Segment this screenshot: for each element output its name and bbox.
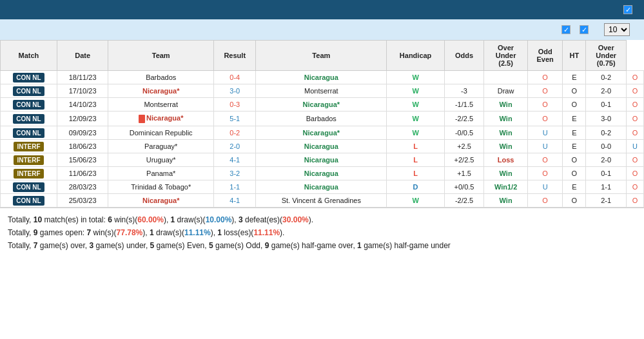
ht-cell: 2-0 [586, 153, 627, 166]
odds-cell: Win1/2 [484, 180, 528, 193]
badge-interf: INTERF [14, 155, 43, 165]
team1-cell: Panama* [108, 166, 214, 180]
badge-cell: CON NL [1, 98, 57, 111]
odds-cell: Win [484, 193, 528, 207]
table-row: CON NL17/10/23Nicaragua*3-0MontserratW-3… [1, 84, 644, 98]
team2-cell: St. Vincent & Grenadines [256, 193, 387, 207]
over-under-cell: O [528, 153, 563, 166]
badge-con-nl: CON NL [13, 128, 44, 138]
handicap-cell: -2/2.5 [444, 193, 483, 207]
historic-scores-table: Match Date Team Result Team Handicap Odd… [0, 40, 644, 208]
header-bar: ✓ [0, 0, 644, 19]
team2-cell: Nicaragua* [256, 98, 387, 111]
badge-cell: CON NL [1, 84, 57, 98]
interf-filter: ✓ [561, 25, 573, 34]
handicap-cell: -2/2.5 [444, 111, 483, 126]
team1-cell: Nicaragua* [108, 84, 214, 98]
col-ht: HT [563, 41, 586, 71]
col-over-under-25: OverUnder(2.5) [484, 41, 528, 71]
date-cell: 28/03/23 [57, 180, 108, 193]
over-under-075-cell: O [626, 111, 643, 126]
over-under-075-cell: O [626, 166, 643, 180]
badge-cell: CON NL [1, 193, 57, 207]
red-card-icon [139, 115, 145, 123]
games-select[interactable]: 10 5 15 20 [604, 23, 630, 36]
result-cell: L [387, 153, 445, 166]
result-cell: D [387, 180, 445, 193]
over-under-cell: U [528, 126, 563, 139]
odds-cell: Win [484, 139, 528, 153]
table-row: INTERF11/06/23Panama*3-2NicaraguaL+1.5Wi… [1, 166, 644, 180]
summary-section: Totally, 10 match(es) in total: 6 win(s)… [0, 208, 644, 258]
handicap-cell: +2.5 [444, 139, 483, 153]
ht-cell: 2-0 [586, 84, 627, 98]
badge-cell: CON NL [1, 111, 57, 126]
ht-cell: 0-0 [586, 139, 627, 153]
score-cell: 0-2 [214, 126, 256, 139]
result-cell: W [387, 71, 445, 84]
odd-even-cell: E [563, 139, 586, 153]
team1-cell: Trinidad & Tobago* [108, 180, 214, 193]
col-match: Match [1, 41, 57, 71]
over-under-cell: O [528, 166, 563, 180]
odd-even-cell: O [563, 193, 586, 207]
team2-cell: Nicaragua [256, 166, 387, 180]
odds-cell: Loss [484, 153, 528, 166]
badge-con-nl: CON NL [13, 100, 44, 110]
display-notes-container: ✓ [623, 5, 636, 14]
over-under-075-cell: U [626, 139, 643, 153]
result-cell: W [387, 126, 445, 139]
col-over-under-075: OverUnder(0.75) [586, 41, 627, 71]
handicap-cell: +2/2.5 [444, 153, 483, 166]
score-cell: 0-3 [214, 98, 256, 111]
badge-interf: INTERF [14, 169, 43, 179]
table-row: INTERF15/06/23Uruguay*4-1NicaraguaL+2/2.… [1, 153, 644, 166]
team1-cell: Montserrat [108, 98, 214, 111]
ht-cell: 1-1 [586, 180, 627, 193]
ht-cell: 2-1 [586, 193, 627, 207]
badge-con-nl: CON NL [13, 182, 44, 192]
handicap-cell: -3 [444, 84, 483, 98]
ht-cell: 0-2 [586, 71, 627, 84]
odd-even-cell: E [563, 71, 586, 84]
badge-cell: INTERF [1, 166, 57, 180]
ht-cell: 3-0 [586, 111, 627, 126]
result-cell: L [387, 139, 445, 153]
date-cell: 25/03/23 [57, 193, 108, 207]
over-under-075-cell: O [626, 84, 643, 98]
team2-cell: Nicaragua [256, 180, 387, 193]
team2-cell: Nicaragua [256, 139, 387, 153]
date-cell: 09/09/23 [57, 126, 108, 139]
result-cell: W [387, 98, 445, 111]
badge-con-nl: CON NL [13, 73, 44, 82]
team1-cell: Nicaragua* [108, 111, 214, 126]
ht-cell: 0-1 [586, 98, 627, 111]
date-cell: 14/10/23 [57, 98, 108, 111]
odds-cell: Win [484, 98, 528, 111]
con-nl-filter: ✓ [580, 25, 591, 34]
display-notes-checkbox[interactable]: ✓ [623, 5, 632, 14]
odd-even-cell: O [563, 98, 586, 111]
over-under-075-cell: O [626, 126, 643, 139]
table-row: CON NL28/03/23Trinidad & Tobago*1-1Nicar… [1, 180, 644, 193]
over-under-cell: U [528, 139, 563, 153]
over-under-cell: O [528, 71, 563, 84]
ht-cell: 0-1 [586, 166, 627, 180]
over-under-cell: O [528, 111, 563, 126]
table-row: CON NL14/10/23Montserrat0-3Nicaragua*W-1… [1, 98, 644, 111]
odd-even-cell: E [563, 180, 586, 193]
table-row: INTERF18/06/23Paraguay*2-0NicaraguaL+2.5… [1, 139, 644, 153]
table-row: CON NL09/09/23Dominican Republic0-2Nicar… [1, 126, 644, 139]
team1-cell: Barbados [108, 71, 214, 84]
summary-line2: Totally, 9 games open: 7 win(s)(77.78%),… [8, 226, 636, 239]
over-under-cell: O [528, 98, 563, 111]
badge-cell: CON NL [1, 180, 57, 193]
interf-checkbox[interactable]: ✓ [561, 25, 571, 34]
table-row: CON NL12/09/23Nicaragua*5-1BarbadosW-2/2… [1, 111, 644, 126]
odd-even-cell: E [563, 126, 586, 139]
col-handicap: Handicap [387, 41, 445, 71]
team2-cell: Nicaragua [256, 153, 387, 166]
over-under-075-cell: O [626, 193, 643, 207]
con-nl-checkbox[interactable]: ✓ [580, 25, 589, 34]
team1-cell: Paraguay* [108, 139, 214, 153]
